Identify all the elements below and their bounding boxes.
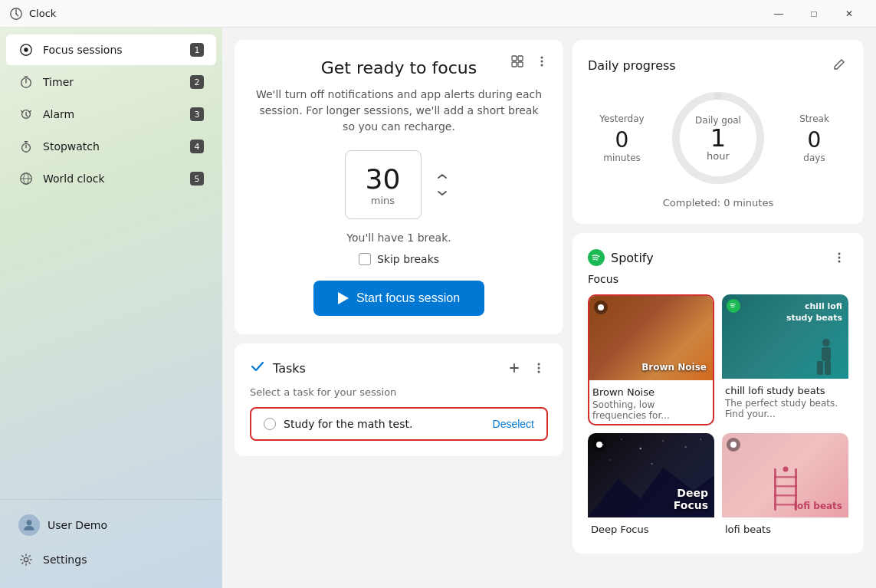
spotify-icon — [588, 249, 605, 266]
brown-noise-thumb: Brown Noise — [589, 296, 713, 380]
deep-focus-text: DeepFocus — [674, 487, 708, 511]
sidebar-item-alarm[interactable]: Alarm 3 — [6, 99, 216, 130]
yesterday-value: 0 — [599, 127, 644, 153]
sidebar: Focus sessions 1 Timer 2 A — [0, 28, 222, 588]
time-decrease-button[interactable] — [431, 186, 454, 200]
start-focus-session-button[interactable]: Start focus session — [313, 281, 484, 316]
user-avatar — [18, 514, 40, 536]
lofi-beats-badge — [727, 438, 740, 452]
svg-point-39 — [662, 440, 664, 442]
svg-rect-20 — [518, 62, 523, 67]
more-options-button[interactable] — [533, 52, 551, 71]
chill-lofi-title: chill lofi study beats — [725, 385, 845, 396]
svg-point-38 — [640, 448, 641, 449]
ring-center: Daily goal 1 hour — [695, 115, 741, 162]
compact-view-button[interactable] — [508, 52, 527, 71]
sidebar-item-stopwatch[interactable]: Stopwatch 4 — [6, 131, 216, 162]
focus-sessions-icon — [18, 42, 34, 57]
titlebar: Clock — □ ✕ — [0, 0, 876, 28]
time-controls — [431, 169, 454, 200]
svg-point-26 — [538, 371, 540, 373]
streak-label: Streak — [799, 113, 829, 124]
user-profile[interactable]: User Demo — [6, 507, 216, 544]
streak-stats: Streak 0 days — [780, 113, 848, 163]
time-picker: 30 mins — [253, 150, 545, 219]
skip-breaks-row: Skip breaks — [253, 253, 545, 265]
task-text: Study for the math test. — [284, 418, 412, 430]
badge-dot-3 — [730, 442, 737, 448]
focus-subtitle: We'll turn off notifications and app ale… — [253, 87, 545, 135]
sidebar-bottom: User Demo Settings — [0, 499, 222, 582]
alarm-label: Alarm — [43, 108, 190, 120]
time-box: 30 mins — [345, 150, 422, 219]
brown-noise-badge — [594, 301, 608, 314]
play-icon — [338, 292, 349, 304]
spotify-item-deep-focus[interactable]: DeepFocus Deep Focus — [588, 433, 714, 538]
spotify-more-button[interactable] — [830, 248, 848, 267]
chill-lofi-badge — [727, 299, 740, 313]
right-panel: Daily progress Yesterday 0 minutes — [573, 40, 864, 576]
world-clock-badge: 5 — [190, 172, 204, 186]
settings-item[interactable]: Settings — [6, 544, 216, 575]
progress-ring: Daily goal 1 hour — [668, 88, 768, 188]
focus-sessions-label: Focus sessions — [43, 44, 190, 56]
brown-noise-title: Brown Noise — [592, 386, 710, 398]
tasks-card: Tasks — [235, 343, 563, 456]
completed-label: Completed: 0 minutes — [588, 197, 848, 209]
svg-rect-48 — [774, 494, 797, 497]
chill-lofi-text: chill lofistudy beats — [786, 301, 842, 324]
edit-progress-button[interactable] — [830, 55, 848, 76]
tasks-more-button[interactable] — [530, 359, 548, 377]
svg-rect-18 — [518, 56, 523, 61]
add-task-button[interactable] — [505, 359, 523, 377]
brown-noise-desc: Soothing, low frequencies for... — [592, 399, 710, 421]
app-icon — [9, 7, 23, 21]
skip-breaks-checkbox[interactable] — [359, 253, 371, 265]
svg-point-23 — [541, 64, 543, 67]
svg-rect-46 — [774, 476, 797, 478]
svg-point-16 — [24, 557, 28, 561]
badge-dot — [598, 304, 604, 310]
spotify-item-brown-noise[interactable]: Brown Noise Brown Noise Soothing, low fr… — [588, 294, 714, 425]
svg-rect-33 — [822, 347, 831, 361]
tasks-header: Tasks — [250, 359, 548, 377]
chill-lofi-thumb: chill lofistudy beats — [722, 294, 848, 379]
time-display: 30 mins — [345, 150, 454, 219]
svg-rect-47 — [774, 485, 797, 488]
close-button[interactable]: ✕ — [832, 0, 867, 28]
svg-rect-17 — [512, 56, 517, 61]
settings-label: Settings — [43, 554, 204, 566]
brown-noise-info: Brown Noise Soothing, low frequencies fo… — [589, 380, 713, 424]
progress-title: Daily progress — [588, 58, 676, 73]
minimize-button[interactable]: — — [761, 0, 796, 28]
user-label: User Demo — [48, 519, 204, 531]
deselect-button[interactable]: Deselect — [493, 418, 534, 430]
skip-breaks-label: Skip breaks — [377, 253, 439, 265]
svg-point-21 — [541, 57, 543, 59]
progress-content: Yesterday 0 minutes Daily goal 1 — [588, 88, 848, 188]
task-radio[interactable] — [264, 418, 276, 430]
lofi-beats-info: lofi beats — [722, 517, 848, 538]
daily-progress-card: Daily progress Yesterday 0 minutes — [573, 40, 864, 224]
spotify-section-label: Focus — [588, 273, 848, 285]
stopwatch-icon — [18, 139, 34, 154]
svg-point-4 — [24, 48, 28, 51]
sidebar-item-world-clock[interactable]: World clock 5 — [6, 163, 216, 194]
svg-line-2 — [16, 14, 18, 16]
chill-lofi-desc: The perfect study beats. Find your... — [725, 398, 845, 419]
spotify-name: Spotify — [611, 251, 654, 265]
streak-stat: Streak 0 days — [799, 113, 829, 163]
spotify-item-chill-lofi[interactable]: chill lofistudy beats chill lofi study b… — [722, 294, 848, 425]
brown-noise-thumb-text: Brown Noise — [641, 362, 707, 374]
stopwatch-badge: 4 — [190, 140, 204, 153]
svg-point-40 — [685, 446, 687, 448]
sidebar-item-focus-sessions[interactable]: Focus sessions 1 — [6, 34, 216, 65]
maximize-button[interactable]: □ — [796, 0, 832, 28]
svg-point-15 — [27, 520, 32, 525]
svg-point-29 — [838, 253, 841, 255]
sidebar-item-timer[interactable]: Timer 2 — [6, 67, 216, 97]
spotify-item-lofi-beats[interactable]: lofi beats lofi beats — [722, 433, 848, 538]
spotify-card: Spotify Focus — [573, 233, 864, 554]
time-increase-button[interactable] — [431, 169, 454, 183]
main-content: Get ready to focus We'll turn off notifi… — [222, 28, 876, 588]
